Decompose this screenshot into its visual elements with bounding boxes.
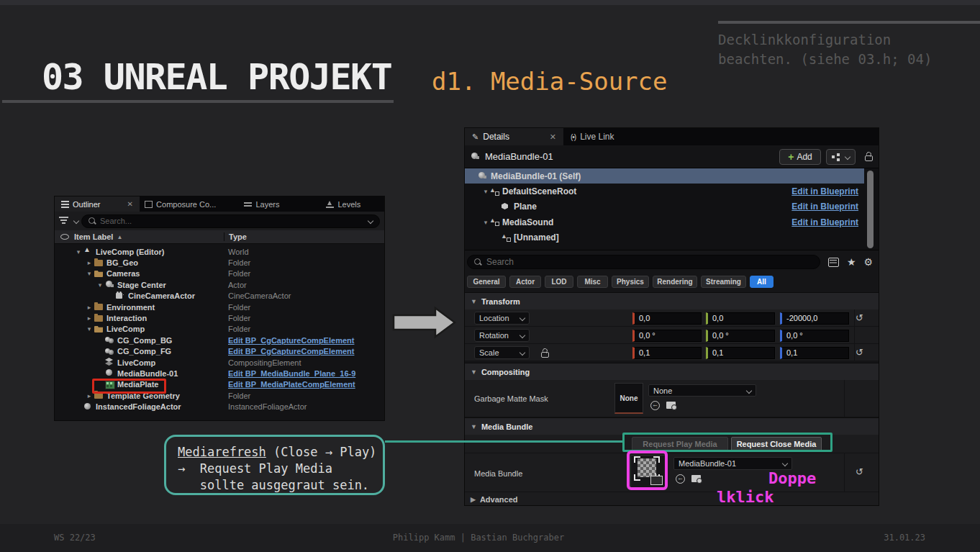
media-bundle-dropdown[interactable]: MediaBundle-01 <box>673 457 792 470</box>
outliner-row[interactable]: ▾Stage CenterActor <box>55 279 384 290</box>
tab-outliner[interactable]: Outliner ✕ <box>55 196 140 212</box>
value-x[interactable]: 0,1 <box>632 347 702 359</box>
expander-icon[interactable]: ▸ <box>86 304 93 311</box>
browse-icon[interactable] <box>666 402 676 409</box>
blueprint-edit-link[interactable]: Edit BP_CgCaptureCompElement <box>228 347 354 356</box>
lock-icon[interactable] <box>865 155 873 161</box>
expander-icon[interactable]: ▸ <box>86 315 93 322</box>
expander-icon[interactable]: ▾ <box>86 325 93 332</box>
transform-axis-dropdown[interactable]: Rotation <box>474 329 530 342</box>
blueprint-edit-link[interactable]: Edit BP_MediaPlateCompElement <box>228 380 355 389</box>
outliner-column-header: Item Label ▲ Type <box>55 230 384 244</box>
outliner-row[interactable]: ▸BG_GeoFolder <box>55 257 384 268</box>
chevron-down-icon[interactable] <box>73 218 79 224</box>
garbage-matte-dropdown[interactable]: None <box>648 384 756 397</box>
row-label: MediaBundle-01 <box>117 369 178 378</box>
eye-icon[interactable] <box>60 234 69 240</box>
lock-icon[interactable] <box>541 352 549 358</box>
tab-details[interactable]: ✎ Details ✕ <box>465 128 563 145</box>
outliner-row[interactable]: ▾CamerasFolder <box>55 268 384 279</box>
outliner-row[interactable]: ▾LiveComp (Editor)World <box>55 246 384 257</box>
outliner-row[interactable]: ▾LiveCompFolder <box>55 324 384 335</box>
tab-livelink[interactable]: (•) Live Link <box>563 128 622 145</box>
outliner-row[interactable]: InstancedFoliageActorInstancedFoliageAct… <box>55 401 384 412</box>
garbage-matte-thumbnail[interactable]: None <box>614 383 643 414</box>
expander-icon[interactable]: ▾ <box>86 270 93 277</box>
outliner-row[interactable]: CG_Comp_BGEdit BP_CgCaptureCompElement <box>55 335 384 345</box>
tab-layers[interactable]: Layers <box>221 196 302 212</box>
component-tree-row[interactable]: ▾DefaultSceneRootEdit in Blueprint <box>465 184 879 199</box>
tab-levels[interactable]: Levels <box>303 196 384 212</box>
close-icon[interactable]: ✕ <box>127 200 133 208</box>
section-advanced[interactable]: ▶ Advanced <box>465 492 879 506</box>
filter-chip-actor[interactable]: Actor <box>509 276 541 288</box>
layers-icon <box>105 358 114 366</box>
reset-icon[interactable]: ↺ <box>856 347 863 358</box>
tab-composure[interactable]: Composure Co... <box>140 196 221 212</box>
value-y[interactable]: 0,0 <box>706 312 775 325</box>
filter-chip-misc[interactable]: Misc <box>577 276 608 288</box>
expander-icon[interactable]: ▾ <box>482 219 489 226</box>
divider <box>844 380 845 417</box>
filter-chip-streaming[interactable]: Streaming <box>701 276 746 288</box>
component-tree-row[interactable]: MediaBundle-01 (Self) <box>465 168 864 184</box>
reset-icon[interactable]: ↺ <box>856 466 863 477</box>
outliner-row[interactable]: CG_Comp_FGEdit BP_CgCaptureCompElement <box>55 346 384 357</box>
outliner-search-input[interactable]: Search... <box>81 214 380 228</box>
column-item-label[interactable]: Item Label <box>74 232 113 241</box>
outliner-row[interactable]: ▸EnvironmentFolder <box>55 302 384 312</box>
value-y[interactable]: 0,1 <box>706 347 775 359</box>
component-label: MediaSound <box>502 217 553 227</box>
expander-icon[interactable]: ▸ <box>86 259 93 266</box>
display-filter-icon[interactable] <box>828 258 839 267</box>
filter-chip-all[interactable]: All <box>750 276 773 288</box>
chevron-down-icon[interactable] <box>368 218 373 224</box>
use-selected-icon[interactable] <box>650 401 660 410</box>
filter-chip-rendering[interactable]: Rendering <box>653 276 697 288</box>
expander-icon[interactable]: ▾ <box>75 248 82 255</box>
details-search-input[interactable]: Search <box>467 255 820 269</box>
chevron-down-icon <box>520 350 525 356</box>
favorites-icon[interactable]: ★ <box>847 256 856 268</box>
expander-icon[interactable]: ▾ <box>482 188 489 195</box>
filter-chip-physics[interactable]: Physics <box>612 276 649 288</box>
reset-icon[interactable]: ↺ <box>856 312 863 323</box>
blueprint-edit-link[interactable]: Edit BP_CgCaptureCompElement <box>228 336 354 345</box>
footer-right: 31.01.23 <box>884 533 925 543</box>
filter-chip-general[interactable]: General <box>467 276 506 288</box>
component-options-button[interactable] <box>826 149 856 165</box>
value-y[interactable]: 0,0 ° <box>706 330 775 342</box>
filter-icon[interactable] <box>59 217 68 225</box>
component-tree-row[interactable]: ▾MediaSoundEdit in Blueprint <box>465 214 879 230</box>
outliner-row[interactable]: CineCameraActorCineCameraActor <box>55 291 384 302</box>
blueprint-edit-link[interactable]: Edit BP_MediaBundle_Plane_16-9 <box>228 369 355 378</box>
column-type[interactable]: Type <box>224 232 247 241</box>
row-type: Folder <box>228 258 250 267</box>
edit-in-blueprint-link[interactable]: Edit in Blueprint <box>791 217 858 227</box>
close-icon[interactable]: ✕ <box>550 132 556 142</box>
value-z[interactable]: 0,0 ° <box>780 330 849 342</box>
value-z[interactable]: -20000,0 <box>780 312 849 325</box>
transform-axis-dropdown[interactable]: Location <box>474 312 530 325</box>
settings-gear-icon[interactable]: ⚙ <box>863 256 873 268</box>
outliner-row[interactable]: LiveCompCompositingElement <box>55 357 384 368</box>
add-component-button[interactable]: + Add <box>779 149 821 165</box>
filter-chip-lod[interactable]: LOD <box>545 276 573 288</box>
transform-axis-dropdown[interactable]: Scale <box>474 346 530 359</box>
browse-icon[interactable] <box>691 475 701 482</box>
value-x[interactable]: 0,0 <box>632 312 702 325</box>
edit-in-blueprint-link[interactable]: Edit in Blueprint <box>791 186 858 196</box>
expander-icon[interactable]: ▾ <box>96 281 104 289</box>
slide-subtitle: d1. Media-Source <box>432 67 668 96</box>
value-x[interactable]: 0,0 ° <box>632 330 702 342</box>
section-transform[interactable]: ▼ Transform <box>465 292 879 309</box>
edit-in-blueprint-link[interactable]: Edit in Blueprint <box>791 202 858 212</box>
use-selected-icon[interactable] <box>676 474 685 484</box>
value-z[interactable]: 0,1 <box>780 347 849 359</box>
component-tree-row[interactable]: PlaneEdit in Blueprint <box>465 199 879 214</box>
component-tree-row[interactable]: [Unnamed] <box>465 230 879 245</box>
outliner-row[interactable]: ▸InteractionFolder <box>55 312 384 323</box>
section-compositing[interactable]: ▼ Compositing <box>465 363 879 380</box>
outliner-row[interactable]: MediaBundle-01Edit BP_MediaBundle_Plane_… <box>55 368 384 379</box>
row-type: InstancedFoliageActor <box>228 402 307 411</box>
